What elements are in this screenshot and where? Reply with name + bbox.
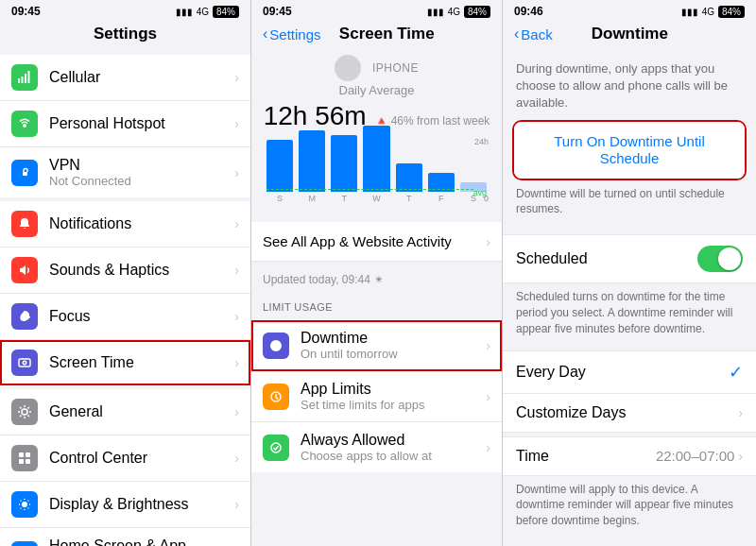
svg-rect-3: [28, 71, 30, 83]
settings-item-display[interactable]: Display & Brightness ›: [0, 482, 250, 528]
usage-time: 12h 56m: [264, 101, 367, 131]
always-allowed-subtitle: Choose apps to allow at: [301, 449, 486, 463]
signal-icon: ▮▮▮: [176, 7, 193, 17]
back-to-screen-time[interactable]: ‹ Back: [514, 26, 553, 43]
settings-item-vpn[interactable]: VPN Not Connected ›: [0, 147, 250, 197]
updated-label: Updated today, 09:44: [263, 273, 370, 286]
bar-s1: S: [266, 140, 293, 203]
general-label: General: [49, 403, 234, 420]
focus-chevron: ›: [234, 309, 239, 324]
screen-time-panel: 09:45 ▮▮▮ 4G 84% ‹ Settings Screen Time …: [251, 0, 503, 546]
turn-on-subtitle: Downtime will be turned on until schedul…: [503, 180, 756, 228]
time-row[interactable]: Time 22:00–07:00 ›: [503, 436, 756, 476]
bar-t1: T: [331, 135, 357, 203]
downtime-footer: Downtime will apply to this device. A do…: [503, 476, 756, 535]
always-allowed-label: Always Allowed: [301, 432, 486, 449]
downtime-chevron: ›: [486, 338, 490, 353]
settings-item-notifications[interactable]: Notifications ›: [0, 201, 250, 247]
display-chevron: ›: [234, 497, 239, 512]
avg-line: [266, 189, 473, 190]
every-day-row[interactable]: Every Day ✓: [503, 351, 756, 394]
see-all-label: See All App & Website Activity: [263, 233, 452, 249]
settings-list: Cellular › Personal Hotspot ›: [0, 51, 250, 546]
usage-chart: 24h S M T W: [251, 133, 502, 218]
settings-item-home-screen[interactable]: Home Screen & App Library ›: [0, 528, 250, 546]
settings-item-control-center[interactable]: Control Center ›: [0, 435, 250, 482]
bar-t1-fill: [331, 135, 357, 192]
updated-icon: ✴: [374, 273, 384, 286]
settings-item-hotspot[interactable]: Personal Hotspot ›: [0, 101, 250, 147]
status-icons-1: ▮▮▮ 4G 84%: [176, 6, 239, 18]
scheduled-row: Scheduled: [503, 234, 756, 283]
settings-item-sounds[interactable]: Sounds & Haptics ›: [0, 247, 250, 294]
time-value-group: 22:00–07:00 ›: [656, 448, 743, 464]
network-type-2: 4G: [448, 7, 460, 17]
scheduled-label: Scheduled: [516, 250, 588, 267]
every-day-label: Every Day: [516, 364, 586, 381]
svg-point-4: [23, 124, 26, 128]
status-time-3: 09:46: [514, 5, 543, 18]
home-screen-content: Home Screen & App Library: [49, 537, 234, 546]
vpn-label: VPN: [49, 157, 234, 174]
sounds-content: Sounds & Haptics: [49, 262, 234, 279]
home-screen-label: Home Screen & App Library: [49, 537, 234, 546]
network-type: 4G: [197, 7, 209, 17]
screen-time-nav: ‹ Settings Screen Time: [251, 21, 502, 51]
svg-point-16: [271, 443, 281, 452]
app-limits-icon: [263, 384, 289, 410]
settings-item-cellular[interactable]: Cellular ›: [0, 55, 250, 101]
control-center-icon: [11, 445, 38, 471]
control-center-content: Control Center: [49, 450, 234, 467]
hotspot-chevron: ›: [234, 116, 239, 131]
settings-item-focus[interactable]: Focus ›: [0, 294, 250, 340]
status-icons-2: ▮▮▮ 4G 84%: [427, 6, 490, 18]
settings-group-system: Notifications › Sounds & Haptics ›: [0, 201, 250, 385]
settings-item-downtime[interactable]: Downtime On until tomorrow ›: [251, 320, 502, 371]
turn-on-downtime-btn[interactable]: Turn On Downtime Until Schedule: [514, 122, 745, 179]
svg-rect-1: [22, 77, 24, 83]
svg-rect-0: [18, 78, 20, 83]
settings-item-app-limits[interactable]: App Limits Set time limits for apps ›: [251, 371, 502, 422]
cellular-chevron: ›: [234, 70, 239, 85]
days-group: Every Day ✓ Customize Days ›: [503, 350, 756, 433]
downtime-content: Downtime On until tomorrow: [301, 330, 486, 361]
screen-time-icon: [11, 350, 38, 376]
status-bar-1: 09:45 ▮▮▮ 4G 84%: [0, 0, 250, 21]
vpn-content: VPN Not Connected: [49, 157, 234, 188]
settings-item-always-allowed[interactable]: Always Allowed Choose apps to allow at ›: [251, 422, 502, 472]
notifications-chevron: ›: [234, 216, 239, 231]
vpn-chevron: ›: [234, 165, 239, 180]
see-all-chevron: ›: [486, 234, 490, 249]
svg-rect-12: [19, 459, 24, 464]
updated-row: Updated today, 09:44 ✴: [251, 265, 502, 290]
cellular-icon: [11, 64, 38, 91]
vpn-icon: [11, 160, 38, 186]
settings-header: Settings: [0, 21, 250, 51]
settings-item-general[interactable]: General ›: [0, 389, 250, 435]
chart-bars: S M T W T: [263, 137, 490, 203]
scheduled-toggle[interactable]: [697, 246, 743, 272]
bar-t2: T: [396, 163, 422, 203]
focus-icon: [11, 303, 38, 330]
settings-item-screen-time[interactable]: Screen Time ›: [0, 340, 250, 385]
back-chevron-3: ‹: [514, 26, 519, 43]
app-limits-label: App Limits: [301, 381, 486, 398]
chart-24h: 24h: [474, 137, 489, 146]
sounds-chevron: ›: [234, 263, 239, 278]
app-limits-chevron: ›: [486, 389, 490, 404]
bar-m: M: [299, 130, 325, 203]
settings-group-network: Cellular › Personal Hotspot ›: [0, 55, 250, 197]
chart-0: 0: [484, 194, 489, 203]
network-type-3: 4G: [702, 7, 714, 17]
back-to-settings[interactable]: ‹ Settings: [263, 26, 321, 43]
always-allowed-chevron: ›: [486, 440, 490, 455]
screen-time-content: Screen Time: [49, 354, 234, 371]
always-allowed-icon: [263, 435, 289, 461]
always-allowed-content: Always Allowed Choose apps to allow at: [301, 432, 486, 463]
hotspot-content: Personal Hotspot: [49, 115, 234, 132]
device-row: IPHONE: [251, 51, 502, 81]
customize-days-row[interactable]: Customize Days ›: [503, 394, 756, 432]
signal-icon-3: ▮▮▮: [681, 7, 698, 17]
downtime-content: During downtime, only apps that you choo…: [503, 51, 756, 546]
see-all-activity[interactable]: See All App & Website Activity ›: [251, 222, 502, 262]
